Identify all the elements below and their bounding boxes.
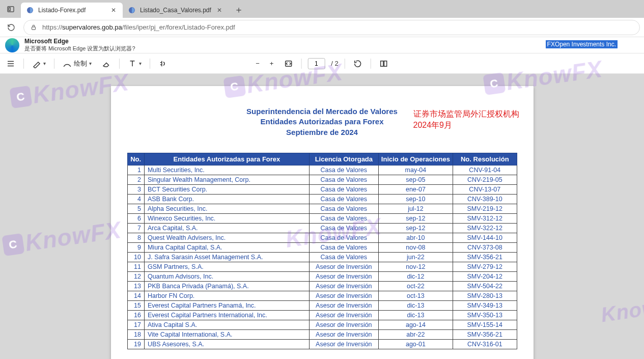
cell-res: CNV-316-01 [453, 339, 517, 349]
default-browser-infobar: Microsoft Edge 是否要将 Microsoft Edge 设置为默认… [0, 37, 644, 53]
cell-res: CNV-389-10 [453, 194, 517, 204]
table-row: 8Quest Wealth Advisers, Inc.Casa de Valo… [127, 233, 517, 242]
draw-button[interactable]: 绘制▾ [61, 58, 94, 70]
cell-res: SMV-322-12 [453, 223, 517, 233]
cell-no: 8 [127, 233, 144, 242]
read-aloud-button[interactable] [156, 58, 170, 70]
cell-no: 18 [127, 329, 144, 339]
cell-no: 12 [127, 271, 144, 281]
tab-title: Listado_Casa_Valores.pdf [140, 7, 211, 14]
table-row: 16Everest Capital Partners International… [127, 310, 517, 320]
cell-ent: Everest Capital Partners International, … [144, 310, 309, 320]
cell-ent: Winexco Securities, Inc. [144, 213, 309, 223]
table-row: 4ASB Bank Corp.Casa de Valoressep-10CNV-… [127, 194, 517, 204]
cell-ent: UBS Asesores, S.A. [144, 339, 309, 349]
cell-ini: may-04 [378, 165, 453, 175]
erase-button[interactable] [100, 58, 113, 70]
tab-listado-forex[interactable]: Listado-Forex.pdf ✕ [21, 3, 123, 18]
cell-res: SMV-279-12 [453, 262, 517, 271]
fit-page-button[interactable] [282, 58, 295, 70]
cell-ini: nov-08 [378, 242, 453, 252]
cell-ini: dic-13 [378, 310, 453, 320]
table-row: 18Vite Capital International, S.A.Asesor… [127, 329, 517, 339]
table-row: 3BCT Securities Corp.Casa de Valoresene-… [127, 184, 517, 194]
cell-no: 17 [127, 320, 144, 329]
cell-lic: Casa de Valores [309, 242, 378, 252]
rotate-button[interactable] [351, 58, 365, 70]
table-row: 5Alpha Securities, Inc.Casa de Valoresju… [127, 204, 517, 213]
table-row: 17Ativa Capital S.A.Asesor de Inversióna… [127, 320, 517, 329]
close-icon[interactable]: ✕ [215, 6, 223, 14]
cell-res: SMV-219-12 [453, 204, 517, 213]
cell-no: 1 [127, 165, 144, 175]
cell-ini: dic-13 [378, 300, 453, 310]
cell-res: CNV-13-07 [453, 184, 517, 194]
cell-lic: Asesor de Inversión [309, 339, 378, 349]
col-no: No. [127, 153, 144, 165]
text-button[interactable]: ▾ [126, 58, 144, 70]
new-tab-button[interactable]: ＋ [232, 3, 246, 17]
svg-rect-4 [32, 26, 36, 29]
cell-lic: Casa de Valores [309, 204, 378, 213]
svg-rect-10 [384, 61, 387, 66]
cell-no: 19 [127, 339, 144, 349]
page-number-input[interactable] [307, 58, 325, 69]
cell-lic: Casa de Valores [309, 213, 378, 223]
address-bar[interactable]: https://supervalores.gob.pa/files/iper/p… [23, 20, 640, 35]
cell-ent: Multi Securities, Inc. [144, 165, 309, 175]
cell-ent: Quantum Advisors, Inc. [144, 271, 309, 281]
cell-res: SMV-144-10 [453, 233, 517, 242]
cell-res: SMV-504-22 [453, 281, 517, 291]
reload-button[interactable] [4, 20, 18, 35]
forex-entities-table: No. Entidades Autorizadas para Forex Lic… [127, 153, 517, 349]
cell-lic: Asesor de Inversión [309, 300, 378, 310]
chevron-down-icon: ▾ [43, 61, 46, 66]
close-icon[interactable]: ✕ [109, 6, 118, 14]
cell-ent: Alpha Securities, Inc. [144, 204, 309, 213]
pdf-page: Superintendencia del Mercado de Valores … [111, 86, 534, 359]
site-info-icon[interactable] [29, 23, 38, 32]
tab-listado-casa-valores[interactable]: Listado_Casa_Valores.pdf ✕ [123, 3, 229, 18]
cell-no: 10 [127, 252, 144, 262]
table-row: 11GSM Partners, S.A.Asesor de Inversiónn… [127, 262, 517, 271]
zoom-out-button[interactable]: − [254, 58, 262, 69]
cell-lic: Asesor de Inversión [309, 271, 378, 281]
highlight-button[interactable]: ▾ [30, 58, 48, 70]
col-ent: Entidades Autorizadas para Forex [144, 153, 309, 165]
browser-urlbar: https://supervalores.gob.pa/files/iper/p… [0, 18, 644, 37]
cell-ent: Miura Capital Capital, S.A. [144, 242, 309, 252]
chevron-down-icon: ▾ [139, 61, 142, 66]
cell-ini: sep-12 [378, 223, 453, 233]
cell-ent: Everest Capital Partners Panamá, Inc. [144, 300, 309, 310]
infobar-message: Microsoft Edge 是否要将 Microsoft Edge 设置为默认… [24, 38, 135, 52]
cell-no: 9 [127, 242, 144, 252]
toc-button[interactable] [4, 58, 17, 70]
cell-no: 15 [127, 300, 144, 310]
cell-ini: sep-12 [378, 213, 453, 223]
cell-ent: GSM Partners, S.A. [144, 262, 309, 271]
table-row: 10J. Safra Sarasin Asset Management S.A.… [127, 252, 517, 262]
col-ini: Inicio de Operaciones [378, 153, 453, 165]
table-row: 7Arca Capital, S.A.Casa de Valoressep-12… [127, 223, 517, 233]
col-res: No. Resolución [453, 153, 517, 165]
cell-ent: Arca Capital, S.A. [144, 223, 309, 233]
cell-res: CNV-373-08 [453, 242, 517, 252]
pdf-toolbar: ▾ 绘制▾ ▾ − + / 2 [0, 53, 644, 74]
cell-ent: PKB Banca Privada (Panamá), S.A. [144, 281, 309, 291]
svg-rect-9 [381, 61, 383, 66]
col-lic: Licencia Otorgada [309, 153, 378, 165]
table-header-row: No. Entidades Autorizadas para Forex Lic… [127, 153, 517, 165]
cell-ent: BCT Securities Corp. [144, 184, 309, 194]
cell-no: 6 [127, 213, 144, 223]
cell-lic: Asesor de Inversión [309, 291, 378, 300]
pdf-viewer[interactable]: Superintendencia del Mercado de Valores … [0, 74, 644, 359]
cell-no: 2 [127, 175, 144, 184]
page-view-button[interactable] [377, 58, 390, 70]
cell-no: 16 [127, 310, 144, 320]
cell-lic: Casa de Valores [309, 194, 378, 204]
find-in-page-highlight: FXOpen Investments Inc. [546, 40, 618, 48]
cell-ent: Vite Capital International, S.A. [144, 329, 309, 339]
zoom-in-button[interactable]: + [268, 58, 276, 69]
cell-ent: Quest Wealth Advisers, Inc. [144, 233, 309, 242]
tab-actions-icon[interactable] [4, 2, 18, 16]
